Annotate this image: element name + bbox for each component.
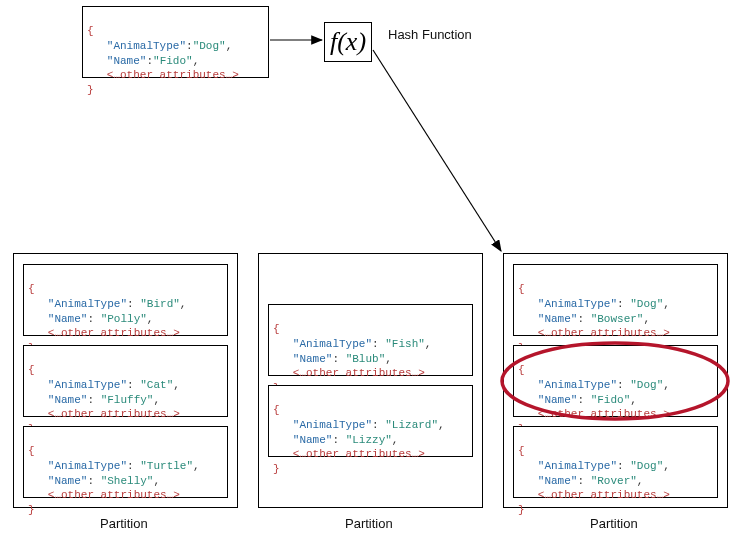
partition-3-label: Partition [590, 516, 638, 531]
arrow-hash-to-partition [373, 50, 501, 251]
json-record: { "AnimalType": "Lizard", "Name": "Lizzy… [268, 385, 473, 457]
brace-close: } [87, 84, 94, 96]
json-record: { "AnimalType": "Cat", "Name": "Fluffy",… [23, 345, 228, 417]
brace-open: { [87, 25, 94, 37]
json-record: { "AnimalType": "Dog", "Name": "Rover", … [513, 426, 718, 498]
json-key: "Name" [107, 55, 147, 67]
json-record: { "AnimalType": "Dog", "Name": "Bowser",… [513, 264, 718, 336]
json-value: "Dog" [193, 40, 226, 52]
hash-function-label: Hash Function [388, 27, 472, 42]
hash-function-box: f(x) [324, 22, 372, 62]
json-value: "Fido" [153, 55, 193, 67]
json-record: { "AnimalType": "Bird", "Name": "Polly",… [23, 264, 228, 336]
json-record: { "AnimalType": "Turtle", "Name": "Shell… [23, 426, 228, 498]
json-key: "AnimalType" [107, 40, 186, 52]
hash-function-symbol: f(x) [330, 27, 366, 56]
json-record: { "AnimalType": "Fish", "Name": "Blub", … [268, 304, 473, 376]
json-record-highlighted: { "AnimalType": "Dog", "Name": "Fido", <… [513, 345, 718, 417]
input-json-card: { "AnimalType":"Dog", "Name":"Fido", <…o… [82, 6, 269, 78]
partition-2-label: Partition [345, 516, 393, 531]
partition-1-label: Partition [100, 516, 148, 531]
json-other: <…other attributes…> [107, 69, 239, 81]
